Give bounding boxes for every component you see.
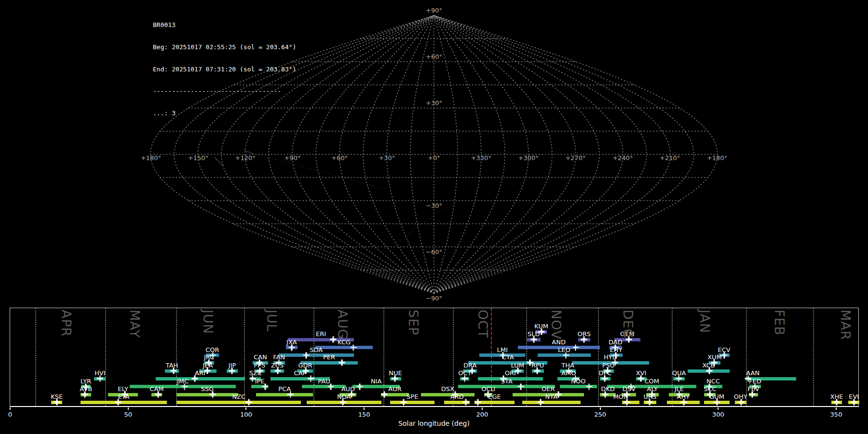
shower-label-PPS: PPS (254, 362, 265, 369)
shower-label-PCA: PCA (278, 385, 291, 393)
x-tick-150 (364, 407, 365, 410)
shower-label-ARD: ARD (450, 393, 464, 400)
shower-label-KSE: KSE (51, 393, 63, 400)
x-tick-label-350: 350 (830, 411, 842, 418)
map-latitude-label: +60° (426, 53, 442, 60)
map-longitude-label: +150° (188, 154, 208, 162)
map-trace (253, 153, 386, 189)
map-longitude-label: +60° (331, 154, 348, 162)
month-label-nov: NOV (550, 310, 563, 339)
month-boundary-line (35, 308, 36, 406)
shower-bar-DSX (421, 393, 475, 396)
shower-bar-NTA (522, 401, 581, 404)
x-tick-label-300: 300 (712, 411, 724, 418)
peak-marker-AUR (381, 392, 387, 398)
shower-label-AUD: AUD (341, 385, 355, 393)
month-label-jul: JUL (265, 310, 278, 332)
map-latitude-label: +30° (426, 99, 442, 107)
shower-label-NIA: NIA (371, 378, 381, 385)
peak-marker-NZC (245, 399, 252, 406)
month-label-aug: AUG (336, 310, 349, 339)
x-tick-250 (600, 407, 601, 410)
x-tick-350 (836, 407, 837, 410)
shower-label-SDA: SDA (310, 346, 323, 353)
x-tick-label-200: 200 (476, 411, 488, 418)
month-label-jun: JUN (202, 310, 215, 334)
shower-label-THA: THA (561, 362, 574, 369)
shower-label-FEV: FEV (747, 385, 760, 393)
shower-label-SPE: SPE (407, 393, 418, 400)
shower-label-NCC: NCC (706, 378, 720, 385)
shower-label-DSV: DSV (623, 385, 636, 393)
map-latitude-label: +90° (426, 7, 442, 14)
shower-label-EHY: EHY (610, 346, 623, 353)
peak-marker-NIA (356, 383, 363, 390)
shower-label-CAM: CAM (149, 385, 163, 393)
shower-label-AVB: AVB (80, 385, 92, 393)
shower-label-ALY: ALY (647, 385, 658, 393)
shower-label-JRC: JRC (204, 353, 214, 361)
shower-bar-PAU (302, 385, 346, 388)
shower-label-DKD: DKD (601, 385, 615, 393)
x-axis-title: Solar longitude (deg) (398, 420, 470, 427)
shower-label-ETA: ETA (118, 393, 129, 400)
shower-label-ELY: ELY (118, 385, 128, 393)
shower-label-NTA: NTA (545, 393, 558, 400)
shower-bar-SDA (279, 353, 354, 357)
shower-label-DAD: DAD (609, 339, 623, 346)
shower-label-STA: STA (501, 378, 513, 385)
month-boundary-line (672, 308, 673, 406)
map-longitude-label: +90° (285, 154, 301, 162)
shower-label-ECV: ECV (718, 346, 730, 353)
shower-label-LUM: LUM (511, 362, 524, 369)
shower-bar-ARI (156, 377, 245, 380)
map-longitude-label: +0° (428, 154, 440, 162)
shower-label-AAN: AAN (746, 369, 760, 377)
shower-label-AUR: AUR (388, 385, 401, 393)
month-label-mar: MAR (839, 310, 852, 340)
shower-label-OER: OER (542, 385, 555, 393)
shower-bar-PCA (256, 393, 313, 396)
shower-label-OHY: OHY (734, 393, 747, 400)
month-boundary-line (526, 308, 527, 406)
month-label-sep: SEP (407, 310, 420, 335)
shower-label-PER: PER (323, 353, 335, 361)
month-label-jan: JAN (698, 310, 711, 333)
shower-label-SLD: SLD (528, 330, 540, 338)
shower-label-GDR: GDR (298, 362, 312, 369)
shower-label-RPU: RPU (531, 362, 544, 369)
map-longitude-label: +270° (565, 154, 585, 162)
peak-marker-KCG (350, 344, 356, 351)
map-longitude-label: +300° (518, 154, 539, 162)
shower-label-NUE: NUE (389, 369, 402, 377)
peak-marker-CAP (308, 376, 314, 382)
shower-label-IPE: IPE (255, 378, 265, 385)
shower-label-DPC: DPC (598, 369, 611, 377)
map-longitude-label: +180° (707, 154, 727, 162)
shower-label-XCB: XCB (703, 362, 715, 369)
map-latitude-label: −30° (426, 202, 442, 209)
shower-label-OCU: OCU (481, 385, 495, 393)
peak-marker-STA (518, 383, 524, 390)
shower-label-ERI: ERI (316, 330, 326, 338)
x-tick-label-0: 0 (8, 411, 12, 418)
month-boundary-line (176, 308, 177, 406)
map-longitude-label: +120° (235, 154, 256, 162)
month-label-apr: APR (60, 310, 73, 337)
shower-label-AHY: AHY (677, 393, 690, 400)
month-boundary-line (313, 308, 314, 406)
shower-label-CAP: CAP (294, 369, 307, 377)
x-tick-0 (10, 407, 11, 410)
shower-label-JXA: JXA (286, 339, 297, 346)
shower-bar-NZC (176, 401, 301, 404)
shower-label-HYD: HYD (604, 353, 617, 361)
shower-label-PSU: PSU (602, 362, 615, 369)
shower-label-ORI: ORI (505, 369, 516, 377)
app-window: BR0013 Beg: 20251017 02:55:25 (sol = 203… (0, 0, 868, 434)
shower-label-HVI: HVI (95, 369, 106, 377)
month-boundary-line (244, 308, 245, 406)
shower-label-NZC: NZC (232, 393, 245, 400)
x-tick-50 (128, 407, 129, 410)
shower-label-JLE: JLE (675, 385, 684, 393)
shower-label-LYR: LYR (81, 378, 92, 385)
